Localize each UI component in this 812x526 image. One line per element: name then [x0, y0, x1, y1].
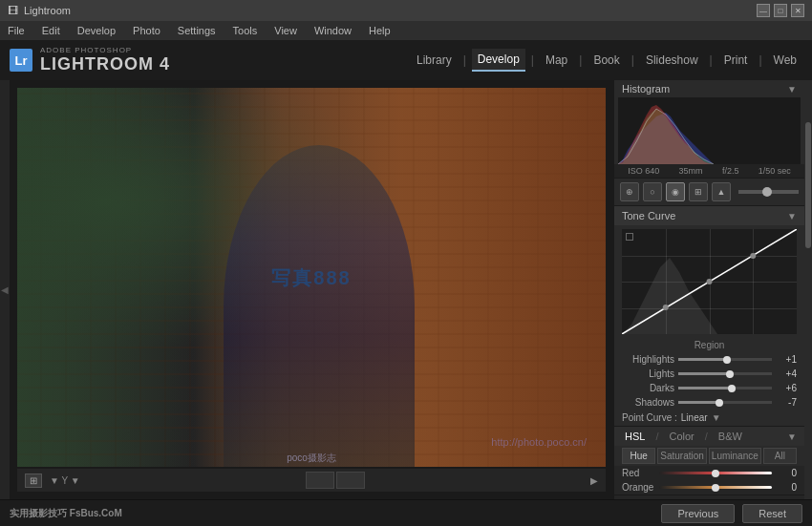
- shutter-value: 1/50 sec: [759, 166, 791, 176]
- tc-slider-track-highlights[interactable]: [678, 358, 772, 361]
- point-curve-value[interactable]: Linear: [681, 412, 708, 423]
- tone-curve-sliders: Highlights +1 Lights +4 Darks +6 Shadows: [614, 352, 804, 410]
- hsl-tab-hsl[interactable]: HSL: [622, 430, 648, 443]
- header: Lr ADOBE PHOTOSHOP LIGHTROOM 4 Library|D…: [0, 40, 812, 80]
- nav-separator: |: [579, 53, 582, 67]
- filmstrip-thumb[interactable]: [306, 472, 334, 489]
- camera-info: ISO 640 35mm f/2.5 1/50 sec: [614, 164, 804, 178]
- tone-curve-header[interactable]: Tone Curve ▼: [614, 206, 804, 225]
- nav-tab-book[interactable]: Book: [588, 50, 625, 71]
- lr-badge: Lr: [10, 49, 32, 72]
- hsl-tab-color[interactable]: Color: [666, 430, 696, 443]
- title-bar-controls: — □ ✕: [757, 4, 804, 17]
- tone-curve-toggle[interactable]: ▼: [787, 211, 797, 221]
- bottom-bar: 实用摄影技巧 FsBus.CoM Previous Reset: [0, 499, 812, 526]
- tone-curve-label: Tone Curve: [622, 210, 675, 221]
- tc-slider-track-lights[interactable]: [678, 372, 772, 375]
- tc-slider-label-highlights: Highlights: [622, 354, 674, 365]
- nav-tab-print[interactable]: Print: [718, 50, 754, 71]
- menu-item-photo[interactable]: Photo: [131, 25, 162, 36]
- menu-item-tools[interactable]: Tools: [231, 25, 260, 36]
- crop-tool[interactable]: ⊕: [620, 182, 639, 201]
- photo-zoom-btn[interactable]: ⊞: [25, 473, 42, 488]
- photo-person-silhouette: [224, 145, 415, 467]
- hsl-track-red[interactable]: [659, 472, 772, 474]
- aperture-value: f/2.5: [722, 166, 739, 176]
- hsl-tab-bw[interactable]: B&W: [716, 430, 745, 443]
- minimize-button[interactable]: —: [757, 4, 770, 17]
- menu-item-view[interactable]: View: [272, 25, 299, 36]
- hsl-slider-row-orange: Orange 0: [614, 480, 804, 494]
- tone-curve-canvas: [622, 229, 797, 334]
- filmstrip-thumb[interactable]: [336, 472, 365, 489]
- right-panel: Histogram ▼ ISO 640 35mm: [613, 80, 804, 499]
- iso-value: ISO 640: [628, 166, 659, 176]
- tc-slider-label-shadows: Shadows: [622, 397, 674, 408]
- adobe-text: ADOBE PHOTOSHOP: [40, 46, 170, 54]
- photo-zoom-value: ▼ Y ▼: [50, 475, 80, 486]
- point-curve-dropdown-icon[interactable]: ▼: [712, 412, 721, 423]
- hsl-sub-tab-hue[interactable]: Hue: [622, 448, 655, 464]
- tc-slider-value-shadows: -7: [776, 397, 797, 408]
- close-button[interactable]: ✕: [791, 4, 804, 17]
- tool-slider[interactable]: [738, 190, 799, 194]
- histogram-svg: [618, 97, 801, 164]
- nav-separator: |: [710, 53, 713, 67]
- menu-item-edit[interactable]: Edit: [40, 25, 62, 36]
- point-curve-label: Point Curve :: [622, 412, 677, 423]
- tool-row: ⊕ ○ ◉ ⊞ ▲: [614, 179, 804, 206]
- hsl-section: HSL / Color / B&W ▼ HueSaturationLuminan…: [614, 427, 804, 495]
- nav-tab-library[interactable]: Library: [411, 50, 458, 71]
- tc-slider-track-shadows[interactable]: [678, 401, 772, 404]
- menu-item-help[interactable]: Help: [367, 25, 393, 36]
- nav-separator: |: [631, 53, 634, 67]
- bottom-branding-text: 实用摄影技巧 FsBus.CoM: [10, 507, 122, 520]
- nav-tab-web[interactable]: Web: [768, 50, 802, 71]
- right-scrollbar[interactable]: [804, 80, 812, 499]
- reset-button[interactable]: Reset: [742, 504, 802, 523]
- spot-removal-tool[interactable]: ○: [643, 182, 662, 201]
- tc-slider-row-shadows: Shadows -7: [614, 395, 804, 410]
- menu-item-window[interactable]: Window: [312, 25, 353, 36]
- hsl-sub-tab-all[interactable]: All: [763, 448, 797, 464]
- title-bar: 🎞 Lightroom — □ ✕: [0, 0, 812, 21]
- scrollbar-thumb[interactable]: [805, 122, 811, 248]
- hsl-sub-tab-luminance[interactable]: Luminance: [709, 448, 761, 464]
- adjustment-brush-tool[interactable]: ▲: [712, 182, 731, 201]
- maximize-button[interactable]: □: [774, 4, 787, 17]
- nav-tabs: Library|Develop|Map|Book|Slideshow|Print…: [411, 49, 802, 72]
- app-title: LIGHTROOM 4: [40, 54, 170, 74]
- red-eye-tool[interactable]: ◉: [666, 182, 685, 201]
- histogram-header: Histogram ▼: [614, 80, 804, 97]
- menu-item-develop[interactable]: Develop: [75, 25, 118, 36]
- tc-slider-track-darks[interactable]: [678, 387, 772, 389]
- svg-point-1: [663, 305, 669, 310]
- hsl-track-orange[interactable]: [659, 486, 772, 489]
- hsl-value-orange: 0: [776, 482, 797, 493]
- tc-slider-label-lights: Lights: [622, 368, 674, 379]
- logo-area: Lr ADOBE PHOTOSHOP LIGHTROOM 4: [10, 46, 170, 74]
- left-panel-strip: ◀: [0, 80, 10, 499]
- photo-nav-strip: [306, 472, 365, 489]
- tc-curve-svg: [622, 229, 797, 334]
- menu-item-settings[interactable]: Settings: [176, 25, 218, 36]
- graduated-filter-tool[interactable]: ⊞: [689, 182, 708, 201]
- nav-separator: |: [759, 53, 761, 67]
- nav-tab-map[interactable]: Map: [540, 50, 573, 71]
- menu-item-file[interactable]: File: [6, 25, 27, 36]
- nav-tab-develop[interactable]: Develop: [472, 49, 525, 72]
- photo-bottom-right: ▶: [590, 475, 598, 486]
- hsl-toggle[interactable]: ▼: [787, 431, 797, 442]
- nav-tab-slideshow[interactable]: Slideshow: [640, 50, 704, 71]
- photo-area: 写真888 http://photo.poco.cn/ poco摄影志 ⊞ ▼ …: [10, 80, 613, 499]
- tc-target-point[interactable]: [626, 233, 633, 241]
- photo-main: 写真888 http://photo.poco.cn/ poco摄影志: [17, 88, 606, 467]
- photo-watermark2-text: http://photo.poco.cn/: [491, 436, 587, 448]
- hsl-sub-tab-saturation[interactable]: Saturation: [657, 448, 707, 464]
- tc-slider-value-darks: +6: [776, 383, 797, 393]
- menu-bar: FileEditDevelopPhotoSettingsToolsViewWin…: [0, 21, 812, 40]
- histogram-toggle[interactable]: ▼: [787, 84, 797, 95]
- main-content: ◀ 写真888 http://photo.poco.cn/ poco摄影志 ⊞ …: [0, 80, 812, 499]
- previous-button[interactable]: Previous: [661, 504, 735, 523]
- app-icon: 🎞: [8, 5, 18, 16]
